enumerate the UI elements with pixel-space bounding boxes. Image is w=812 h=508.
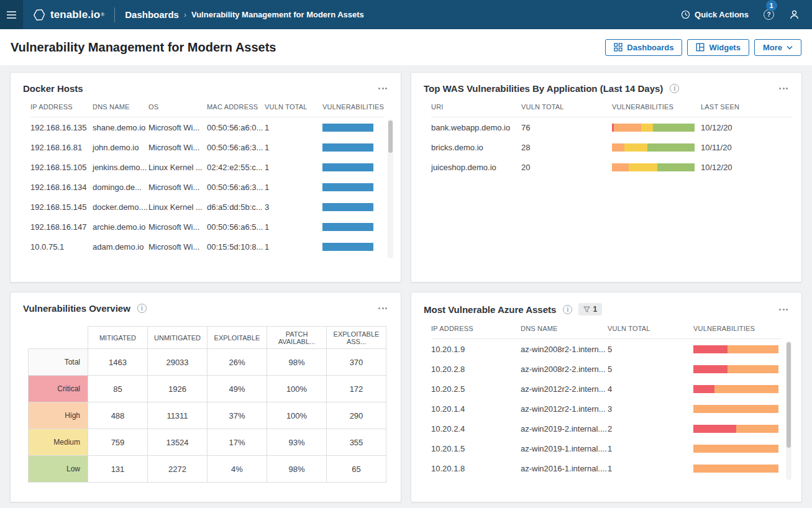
- column-header[interactable]: VULNERABILITIES: [612, 103, 701, 111]
- bar-segment-info: [322, 203, 373, 211]
- column-header[interactable]: VULN TOTAL: [521, 103, 612, 111]
- table-header-row: IP ADDRESSDNS NAMEOSMAC ADDRESSVULN TOTA…: [30, 103, 384, 117]
- table-row[interactable]: 10.0.75.1adam.demo.ioMicrosoft Wi...00:1…: [30, 237, 384, 256]
- severity-bar[interactable]: [693, 445, 778, 453]
- matrix-value-cell: 13524: [148, 429, 208, 456]
- matrix-value-cell: 290: [327, 402, 386, 429]
- cell-vuln_total: 20: [521, 163, 612, 172]
- column-header[interactable]: VULN TOTAL: [265, 103, 322, 111]
- user-account-button[interactable]: [789, 9, 800, 20]
- table-row[interactable]: 192.168.16.81john.demo.ioMicrosoft Wi...…: [30, 137, 384, 157]
- dashboards-button[interactable]: Dashboards: [605, 39, 682, 56]
- severity-bar[interactable]: [612, 143, 695, 152]
- table-row[interactable]: bricks.demo.io2810/11/20: [431, 137, 791, 157]
- panel-menu-button[interactable]: [778, 85, 789, 92]
- column-header[interactable]: IP ADDRESS: [431, 325, 521, 332]
- bar-segment-info: [322, 183, 373, 191]
- table-row[interactable]: 192.168.15.145docker.demo....Linux Kerne…: [30, 197, 384, 217]
- more-button[interactable]: More: [754, 39, 801, 56]
- filter-chip[interactable]: 1: [578, 303, 602, 315]
- cell-ip_address: 10.20.2.8: [431, 365, 521, 374]
- quick-actions-label: Quick Actions: [695, 10, 749, 19]
- table-row[interactable]: juiceshop.demo.io2010/12/20: [431, 157, 791, 177]
- severity-bar[interactable]: [322, 243, 373, 251]
- table-row[interactable]: 10.20.1.4az-win2012r2-1.intern...3: [431, 399, 782, 419]
- table-row[interactable]: 10.20.1.9az-win2008r2-1.intern...5: [431, 339, 782, 359]
- column-header[interactable]: DNS NAME: [93, 103, 148, 111]
- severity-bar[interactable]: [322, 183, 373, 191]
- bar-segment-info: [322, 223, 373, 231]
- severity-bar[interactable]: [693, 365, 778, 373]
- help-button[interactable]: 1 ?: [764, 9, 774, 20]
- table-row[interactable]: 192.168.15.105jenkins.demo...Linux Kerne…: [30, 157, 384, 177]
- matrix-value-cell: 1926: [148, 376, 208, 402]
- table-row[interactable]: 192.168.16.135shane.demo.ioMicrosoft Wi.…: [30, 117, 384, 137]
- matrix-value-cell: 172: [327, 376, 386, 402]
- menu-button[interactable]: [0, 0, 23, 29]
- column-header[interactable]: URI: [431, 103, 521, 111]
- table-row[interactable]: 192.168.16.147archie.demo.ioMicrosoft Wi…: [30, 217, 384, 237]
- column-header[interactable]: OS: [148, 103, 207, 111]
- table-row[interactable]: 10.20.2.8az-win2008r2-2.intern...5: [431, 359, 782, 379]
- cell-vulnerabilities: [322, 223, 384, 231]
- matrix-value-cell: 4%: [208, 456, 267, 483]
- column-header[interactable]: VULNERABILITIES: [322, 103, 384, 111]
- cell-ip_address: 10.20.1.5: [431, 444, 521, 453]
- info-icon[interactable]: i: [137, 304, 147, 313]
- severity-bar[interactable]: [612, 124, 695, 132]
- filter-count: 1: [593, 305, 597, 314]
- cell-ip_address: 10.20.1.8: [431, 464, 521, 473]
- scrollbar-track[interactable]: [786, 341, 791, 480]
- column-header[interactable]: MAC ADDRESS: [207, 103, 265, 111]
- clock-icon: [681, 10, 690, 19]
- column-header[interactable]: DNS NAME: [521, 325, 608, 332]
- severity-bar[interactable]: [322, 203, 373, 211]
- column-header[interactable]: IP ADDRESS: [30, 103, 93, 111]
- grid-icon: [614, 43, 623, 52]
- cell-last_seen: 10/12/20: [701, 123, 791, 132]
- severity-bar[interactable]: [693, 465, 778, 473]
- matrix-value-cell: 100%: [267, 376, 327, 402]
- scrollbar-track[interactable]: [388, 119, 393, 258]
- tenable-logo[interactable]: tenable.io®: [32, 8, 104, 22]
- column-header[interactable]: VULNERABILITIES: [693, 325, 782, 332]
- panel-title: Vulnerabilities Overview: [23, 303, 130, 314]
- table-row[interactable]: 10.20.2.5az-win2012r2-2.intern...4: [431, 379, 782, 399]
- table-row[interactable]: 10.20.1.5az-win2019-1.internal....1: [431, 438, 782, 458]
- widgets-button[interactable]: Widgets: [687, 39, 749, 56]
- severity-bar[interactable]: [322, 163, 373, 171]
- quick-actions-button[interactable]: Quick Actions: [681, 10, 749, 19]
- severity-bar[interactable]: [322, 223, 373, 231]
- table-row[interactable]: 10.20.2.4az-win2019-2.internal....2: [431, 419, 782, 438]
- cell-vuln_total: 1: [608, 444, 693, 453]
- breadcrumb-dashboards[interactable]: Dashboards: [125, 9, 179, 20]
- severity-bar[interactable]: [693, 425, 778, 433]
- severity-bar[interactable]: [693, 345, 778, 353]
- severity-bar[interactable]: [322, 124, 373, 132]
- table-row[interactable]: 192.168.16.134domingo.de...Microsoft Wi.…: [30, 177, 384, 197]
- column-header: UNMITIGATED: [148, 327, 208, 349]
- cell-vulnerabilities: [693, 345, 782, 353]
- info-icon[interactable]: i: [670, 84, 679, 93]
- panel-menu-button[interactable]: [377, 85, 388, 92]
- panel-menu-button[interactable]: [778, 306, 789, 313]
- panel-top-was-vulnerabilities: Top WAS Vulnerabilities By Application (…: [411, 72, 802, 283]
- cell-mac_address: 00:15:5d:10:8...: [207, 242, 265, 252]
- table-row[interactable]: bank.webapp.demo.io7610/12/20: [431, 117, 791, 137]
- table-body: 10.20.1.9az-win2008r2-1.intern...510.20.…: [431, 339, 782, 478]
- table-row[interactable]: 10.20.1.8az-win2016-1.internal....1: [431, 458, 782, 478]
- info-icon[interactable]: i: [563, 305, 572, 314]
- bar-segment-low: [647, 143, 695, 152]
- severity-bar[interactable]: [612, 163, 695, 171]
- column-header[interactable]: LAST SEEN: [701, 103, 791, 111]
- severity-bar[interactable]: [693, 405, 778, 413]
- scrollbar-thumb[interactable]: [388, 120, 393, 153]
- column-header[interactable]: VULN TOTAL: [608, 325, 693, 332]
- bar-segment-medium: [624, 143, 647, 152]
- hamburger-icon: [7, 11, 16, 12]
- severity-bar[interactable]: [693, 385, 778, 393]
- severity-bar[interactable]: [322, 143, 373, 152]
- scrollbar-thumb[interactable]: [787, 342, 791, 448]
- notification-badge[interactable]: 1: [766, 0, 777, 11]
- panel-menu-button[interactable]: [377, 305, 388, 312]
